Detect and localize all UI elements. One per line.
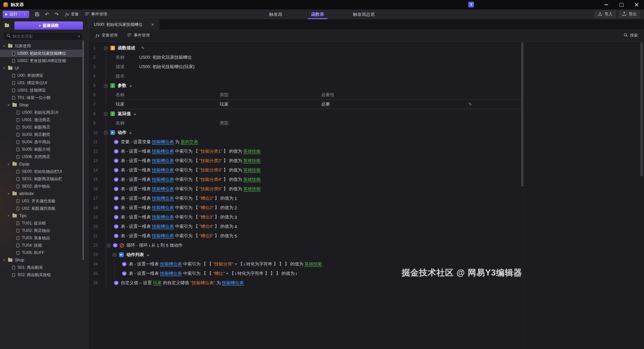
- tree-folder[interactable]: ▾Equip: [0, 160, 83, 168]
- tree-item[interactable]: SE01: 刷新商店物品栏: [0, 175, 83, 183]
- variable-link[interactable]: 技能槽位表: [152, 205, 174, 211]
- editor-line[interactable]: 6类型必要性名称: [89, 90, 644, 100]
- editor-line[interactable]: 14V表 - 设置一维表 技能槽位表 中索引为 【 "技能分类3" 】 的值为 …: [89, 165, 644, 175]
- add-icon[interactable]: +: [133, 111, 137, 117]
- variable-link[interactable]: 技能槽位表: [152, 195, 174, 201]
- number-value[interactable]: 5: [166, 243, 168, 248]
- value-link[interactable]: 新的空表: [180, 139, 198, 145]
- close-button[interactable]: [629, 0, 644, 9]
- tree-item[interactable]: U01: 开关属性面板: [0, 197, 83, 205]
- tree-item[interactable]: S02: 商品购买按钮: [0, 271, 83, 279]
- caret-down-icon[interactable]: ▾: [3, 44, 6, 48]
- tree-item[interactable]: TU02: 商店物品: [0, 227, 83, 234]
- export-button[interactable]: 导出: [619, 10, 640, 18]
- sidebar-scrollbar[interactable]: [83, 40, 84, 260]
- maximize-button[interactable]: [614, 0, 629, 9]
- add-icon[interactable]: +: [129, 83, 132, 89]
- editor-line[interactable]: 13V表 - 设置一维表 技能槽位表 中索引为 【 "技能分类2" 】 的值为 …: [89, 156, 644, 165]
- editor-line[interactable]: 25V表 - 设置一维表 技能槽位表 中索引为 【 【 "槽位" + 【 i 转…: [89, 269, 644, 278]
- caret-down-icon[interactable]: ▾: [3, 66, 6, 70]
- collapse-toggle-icon[interactable]: −: [104, 112, 108, 116]
- string-literal[interactable]: "技能分类3": [199, 167, 222, 173]
- tree-folder[interactable]: ▾玩家使用: [0, 42, 83, 50]
- tree-item[interactable]: TU03: 装备物品: [0, 234, 83, 242]
- editor-line[interactable]: 17V表 - 设置一维表 技能槽位表 中索引为 【 "槽位1" 】 的值为 1: [89, 194, 644, 203]
- editor-line[interactable]: 18V表 - 设置一维表 技能槽位表 中索引为 【 "槽位2" 】 的值为 2: [89, 203, 644, 212]
- close-tab-icon[interactable]: ×: [151, 22, 154, 27]
- editor-line[interactable]: 19V表 - 设置一维表 技能槽位表 中索引为 【 "槽位3" 】 的值为 3: [89, 212, 644, 222]
- tree-folder[interactable]: ▾attribute: [0, 190, 83, 197]
- variable-link[interactable]: 技能槽位表: [160, 261, 182, 267]
- tree-item[interactable]: US02: 更改技能UI绑定技能: [0, 57, 83, 64]
- caret-down-icon[interactable]: ▾: [8, 162, 11, 166]
- root-folder-icon[interactable]: [5, 24, 9, 27]
- tree-item[interactable]: U01: 绑定单位UI: [0, 79, 83, 87]
- caret-down-icon[interactable]: ▾: [8, 192, 11, 195]
- tree-item[interactable]: TU04: 技能: [0, 242, 83, 249]
- minimize-button[interactable]: [599, 0, 614, 9]
- string-literal[interactable]: "槽位1": [199, 195, 213, 201]
- document-tab[interactable]: US00: 初始化玩家技能槽位 ×: [89, 19, 159, 30]
- tab-function-library[interactable]: 函数库: [310, 9, 326, 19]
- value-link[interactable]: 英雄技能: [305, 261, 322, 267]
- editor-line[interactable]: 16V表 - 设置一维表 技能槽位表 中索引为 【 "技能分类5" 】 的值为 …: [89, 184, 644, 194]
- variable-management-button[interactable]: ƒx 变量管理: [95, 33, 118, 38]
- value-link[interactable]: 英雄技能: [243, 186, 261, 192]
- run-options-icon[interactable]: ⋮: [22, 12, 26, 17]
- tree-folder[interactable]: ▾Shop: [0, 101, 83, 109]
- tree-item[interactable]: TU01: 提示框: [0, 219, 83, 227]
- tree-folder[interactable]: ▾UI: [0, 64, 83, 72]
- variable-link[interactable]: 技能槽位表: [152, 177, 174, 183]
- variable-link[interactable]: 技能槽位表: [160, 270, 182, 277]
- variables-button[interactable]: ƒx 变量: [65, 11, 79, 17]
- editor-line[interactable]: 20V表 - 设置一维表 技能槽位表 中索引为 【 "槽位4" 】 的值为 4: [89, 222, 644, 231]
- string-literal[interactable]: "技能分类4": [199, 177, 222, 183]
- sidebar-search[interactable]: ▾: [3, 32, 83, 40]
- string-literal[interactable]: "技能分类5": [199, 186, 222, 192]
- editor-line[interactable]: 11V变量 - 设置变量 技能槽位表 为 新的空表: [89, 137, 644, 147]
- number-value[interactable]: 4: [234, 224, 237, 229]
- collapse-toggle-icon[interactable]: −: [107, 244, 110, 247]
- editor-line[interactable]: 7玩家必要✎玩家: [89, 100, 644, 109]
- tree-item[interactable]: T01: 保留一位小数: [0, 94, 83, 101]
- value-link[interactable]: 英雄技能: [243, 177, 261, 183]
- editor-line[interactable]: 22−V循环 - 循环 i 从 1 到 5 做动作: [89, 241, 644, 250]
- editor-line[interactable]: 9类型名称: [89, 118, 644, 128]
- string-literal[interactable]: "技能分类2": [199, 158, 222, 164]
- editor-inner-scrollbar[interactable]: [521, 42, 523, 187]
- search-button[interactable]: 搜索: [624, 33, 638, 38]
- collapse-toggle-icon[interactable]: −: [104, 131, 108, 135]
- caret-down-icon[interactable]: ▾: [78, 35, 80, 38]
- tree-item[interactable]: SU04: 选中商品: [0, 138, 83, 146]
- value-link[interactable]: 英雄技能: [243, 148, 261, 154]
- tree-item[interactable]: US01: 激活商店: [0, 116, 83, 123]
- editor-line[interactable]: 1−函数描述✎: [89, 43, 644, 53]
- tree-folder[interactable]: ▾Shop: [0, 256, 83, 264]
- tree-item[interactable]: S01: 商品购买: [0, 264, 83, 271]
- variable-link[interactable]: 技能槽位表: [152, 167, 174, 173]
- save-icon[interactable]: [35, 12, 40, 17]
- editor-line[interactable]: 21V表 - 设置一维表 技能槽位表 中索引为 【 "槽位5" 】 的值为 5: [89, 231, 644, 241]
- undo-icon[interactable]: ↶: [45, 11, 49, 17]
- variable-link[interactable]: 技能槽位表: [152, 214, 174, 220]
- editor-line[interactable]: 15V表 - 设置一维表 技能槽位表 中索引为 【 "技能分类4" 】 的值为 …: [89, 175, 644, 184]
- tree-item[interactable]: SU05: 刷新介绍: [0, 146, 83, 153]
- caret-down-icon[interactable]: ▾: [8, 103, 11, 107]
- add-icon[interactable]: +: [129, 130, 132, 136]
- number-value[interactable]: 1: [157, 243, 159, 248]
- editor-line[interactable]: 8−返回值+: [89, 109, 644, 118]
- redo-icon[interactable]: ↷: [55, 11, 59, 17]
- tree-item[interactable]: SU03: 商店翻页: [0, 131, 83, 138]
- help-icon[interactable]: ?: [468, 2, 474, 7]
- tree-item[interactable]: US00: 初始化玩家技能槽位: [0, 50, 83, 57]
- editor-line[interactable]: 26V自定义值 – 设置 玩家 的自定义键值 "技能槽位表" 为 技能槽位表: [89, 278, 644, 288]
- editor-line[interactable]: 24V表 - 设置一维表 技能槽位表 中索引为 【 【 "技能分类" + 【 i…: [89, 259, 644, 269]
- variable-link[interactable]: 技能槽位表: [152, 233, 174, 239]
- tree-item[interactable]: SE00: 初始化物品栏UI: [0, 168, 83, 175]
- variable-link[interactable]: 技能槽位表: [152, 158, 174, 164]
- string-literal[interactable]: "槽位3": [199, 214, 213, 220]
- run-button[interactable]: 运行 ⋮: [3, 11, 29, 18]
- number-value[interactable]: 5: [234, 234, 237, 239]
- import-button[interactable]: 导入: [594, 10, 616, 18]
- tree-item[interactable]: SU02: 刷新商店: [0, 123, 83, 131]
